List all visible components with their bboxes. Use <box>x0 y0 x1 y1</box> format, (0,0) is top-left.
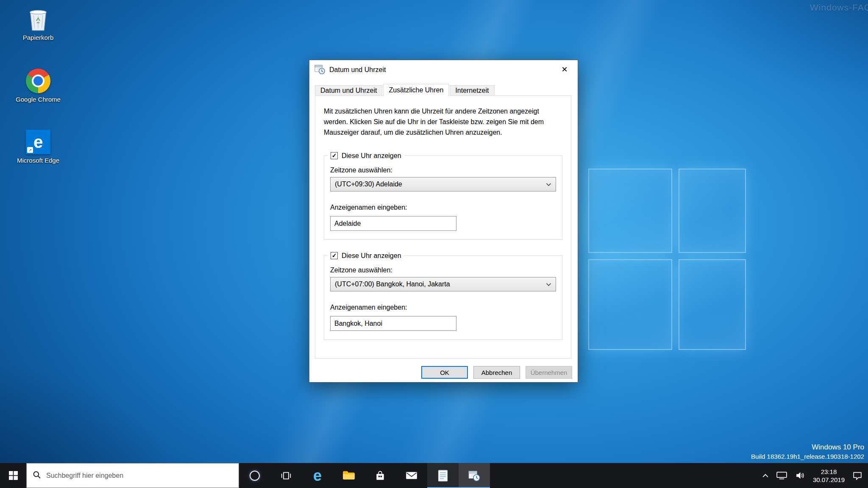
chrome-icon <box>9 67 67 93</box>
clock-date: 30.07.2019 <box>813 476 845 484</box>
windows-build-text: Build 18362.19h1_release.190318-1202 <box>751 452 864 461</box>
clock1-legend: ✓ Diese Uhr anzeigen <box>328 151 404 161</box>
task-view-icon <box>281 471 292 480</box>
dialog-title: Datum und Uhrzeit <box>329 66 386 74</box>
desktop-icon-label: Papierkorb <box>9 34 67 42</box>
ok-button[interactable]: OK <box>421 366 468 379</box>
dialog-titlebar[interactable]: Datum und Uhrzeit ✕ <box>309 60 578 80</box>
desktop-watermark: Windows-FAQ <box>810 3 868 13</box>
windows-logo-pane <box>679 259 746 350</box>
desktop-windows-logo <box>588 169 746 350</box>
desktop-icon-google-chrome[interactable]: Google Chrome <box>9 67 67 103</box>
apply-button[interactable]: Übernehmen <box>526 366 572 379</box>
close-icon[interactable]: ✕ <box>551 60 578 79</box>
timezone-value: (UTC+07:00) Bangkok, Hanoi, Jakarta <box>335 280 546 288</box>
clock1-group: ✓ Diese Uhr anzeigen Zeitzone auswählen:… <box>324 155 562 240</box>
file-explorer-button[interactable] <box>333 463 364 488</box>
recycle-bin-icon <box>9 5 67 31</box>
volume-icon[interactable] <box>795 471 805 480</box>
desktop-icon-microsoft-edge[interactable]: e ↗ Microsoft Edge <box>9 128 67 164</box>
desktop-icon-recycle-bin[interactable]: Papierkorb <box>9 5 67 42</box>
task-view-button[interactable] <box>270 463 302 488</box>
timezone-label: Zeitzone auswählen: <box>330 166 556 175</box>
clock2-legend: ✓ Diese Uhr anzeigen <box>328 251 404 261</box>
tab-internetzeit[interactable]: Internetzeit <box>450 85 494 96</box>
notepad-button[interactable] <box>427 463 459 488</box>
start-button[interactable] <box>0 463 26 488</box>
desktop-icon-label: Google Chrome <box>9 96 67 103</box>
search-icon <box>33 471 41 481</box>
timezone-value: (UTC+09:30) Adelaide <box>335 180 546 188</box>
action-center-icon[interactable] <box>853 471 862 480</box>
dialog-buttons: OK Abbrechen Übernehmen <box>421 366 572 379</box>
mail-icon <box>406 471 417 480</box>
chevron-down-icon <box>546 180 551 188</box>
network-icon[interactable] <box>776 471 787 480</box>
show-clock2-checkbox[interactable]: ✓ <box>331 252 338 259</box>
datetime-icon <box>468 470 480 482</box>
edge-tile-icon: e ↗ <box>9 128 67 154</box>
timezone-select-clock2[interactable]: (UTC+07:00) Bangkok, Hanoi, Jakarta <box>330 277 556 291</box>
tray-chevron-up-icon[interactable] <box>762 474 768 478</box>
cancel-button[interactable]: Abbrechen <box>473 366 520 379</box>
store-icon <box>375 470 386 481</box>
chevron-down-icon <box>546 280 551 288</box>
taskbar: e <box>0 463 868 488</box>
display-name-label: Anzeigenamen eingeben: <box>330 303 556 312</box>
desktop-icon-label: Microsoft Edge <box>9 157 67 164</box>
windows-logo-pane <box>588 259 672 350</box>
system-tray: 23:18 30.07.2019 <box>762 463 868 488</box>
timezone-select-clock1[interactable]: (UTC+09:30) Adelaide <box>330 177 556 191</box>
cortana-button[interactable] <box>239 463 270 488</box>
show-clock1-checkbox[interactable]: ✓ <box>331 152 338 159</box>
file-explorer-icon <box>342 471 355 480</box>
shortcut-arrow-icon: ↗ <box>27 147 33 153</box>
edge-taskbar-button[interactable]: e <box>302 463 333 488</box>
display-name-input-clock2[interactable] <box>330 316 456 331</box>
description-text: Mit zusätzlichen Uhren kann die Uhrzeit … <box>324 106 564 138</box>
display-name-input-clock1[interactable] <box>330 216 456 231</box>
notepad-icon <box>438 470 448 482</box>
checkmark-icon: ✓ <box>332 252 337 258</box>
show-clock1-label: Diese Uhr anzeigen <box>342 152 401 160</box>
cortana-icon <box>250 471 260 481</box>
clock-time: 23:18 <box>813 468 845 476</box>
clock2-group: ✓ Diese Uhr anzeigen Zeitzone auswählen:… <box>324 255 562 340</box>
taskbar-search[interactable] <box>26 463 239 488</box>
edge-icon: e <box>313 468 322 483</box>
windows-logo-pane <box>679 169 746 253</box>
datetime-dialog-icon <box>314 64 325 76</box>
datetime-taskbar-button[interactable] <box>459 463 490 488</box>
timezone-label: Zeitzone auswählen: <box>330 266 556 274</box>
additional-clocks-panel: Mit zusätzlichen Uhren kann die Uhrzeit … <box>315 95 571 359</box>
edge-letter: e <box>33 133 43 150</box>
show-clock2-label: Diese Uhr anzeigen <box>342 252 401 260</box>
windows-edition-text: Windows 10 Pro <box>751 442 864 452</box>
windows-logo-pane <box>588 169 672 253</box>
display-name-label: Anzeigenamen eingeben: <box>330 203 556 212</box>
tab-zusaetzliche-uhren[interactable]: Zusätzliche Uhren <box>383 84 449 96</box>
tab-datum-und-uhrzeit[interactable]: Datum und Uhrzeit <box>315 85 382 96</box>
mail-button[interactable] <box>396 463 427 488</box>
store-button[interactable] <box>364 463 396 488</box>
taskbar-clock[interactable]: 23:18 30.07.2019 <box>813 468 845 484</box>
search-input[interactable] <box>46 472 233 480</box>
tab-strip: Datum und Uhrzeit Zusätzliche Uhren Inte… <box>315 83 495 96</box>
checkmark-icon: ✓ <box>332 152 337 158</box>
windows-logo-icon <box>9 471 18 480</box>
windows-build-watermark: Windows 10 Pro Build 18362.19h1_release.… <box>751 442 864 461</box>
datetime-dialog: Datum und Uhrzeit ✕ Datum und Uhrzeit Zu… <box>309 60 578 383</box>
